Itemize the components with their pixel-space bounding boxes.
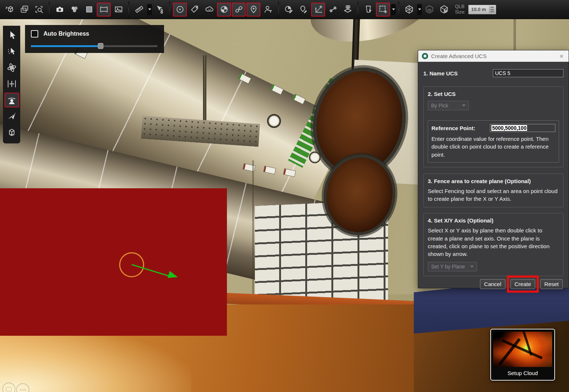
dialog-header[interactable]: Create Advanced UCS × (418, 50, 569, 62)
set-axis-label: 4. Set X/Y Axis (Optional) (428, 217, 559, 224)
reference-point-value: 5000,5000,100 (491, 125, 527, 131)
target-edit-icon[interactable] (282, 3, 296, 17)
fence-dropdown-arrow-icon[interactable] (391, 4, 396, 15)
image-view-icon[interactable] (111, 3, 125, 17)
qlb-spinner[interactable] (489, 6, 495, 13)
create-button-highlight: Create (507, 275, 539, 293)
set-ucs-label: 2. Set UCS (428, 91, 559, 97)
user-filter-icon[interactable] (261, 3, 275, 17)
setup-cloud-panel[interactable]: Setup Cloud (490, 329, 555, 381)
select-cursor-icon[interactable] (4, 28, 19, 43)
ucs-plane-overlay[interactable] (0, 188, 227, 336)
ucs-name-input[interactable]: UCS 5 (493, 69, 563, 77)
main-toolbar: M QLB Size: 10.0 m (0, 0, 569, 19)
cube-view-icon[interactable] (402, 3, 416, 17)
reference-point-help: Enter coordinate value for reference poi… (431, 135, 555, 158)
auto-brightness-checkbox[interactable] (31, 30, 38, 38)
reset-button[interactable]: Reset (540, 279, 563, 289)
panel-filter-icon[interactable] (361, 3, 375, 17)
cube-view-dropdown-arrow-icon[interactable] (417, 4, 422, 15)
svg-text:M: M (444, 9, 447, 13)
measure-ruler-icon[interactable] (132, 3, 146, 17)
set-ucs-section: 2. Set UCS By Pick Reference Point: 5000… (423, 86, 563, 167)
level-tool-icon[interactable] (326, 3, 340, 17)
dialog-app-icon (422, 53, 428, 59)
location-pin-icon[interactable] (246, 3, 260, 17)
brightness-panel: Auto Brightness (25, 25, 164, 53)
set-axis-help: Select X or Y axis by plane then double … (428, 227, 559, 258)
cube-visibility-icon[interactable] (422, 3, 436, 17)
application-window: M QLB Size: 10.0 m Auto Brightn (0, 0, 569, 392)
keypad-icon (6, 387, 12, 391)
hanger-rod (203, 55, 206, 127)
close-icon[interactable]: × (558, 53, 565, 60)
pressure-gauge (309, 152, 321, 163)
pin-edit-icon[interactable] (296, 3, 310, 17)
solid-view-icon[interactable] (82, 3, 96, 17)
brightness-slider-handle[interactable] (98, 43, 103, 49)
brightness-slider[interactable] (31, 43, 157, 49)
qlb-size-field[interactable]: 10.0 m (468, 5, 496, 14)
fence-area-help: Select Fencing tool and select an area o… (428, 187, 559, 203)
cube-model-icon[interactable]: M (437, 3, 451, 17)
link-tool-icon[interactable] (232, 3, 246, 17)
qlb-size-label: QLB Size: (455, 4, 466, 15)
navigation-sidebar (3, 26, 20, 143)
auto-brightness-label: Auto Brightness (43, 31, 89, 37)
screenshot-camera-icon[interactable] (53, 3, 67, 17)
pan-icon[interactable] (4, 76, 19, 91)
orbit-icon[interactable] (4, 60, 19, 75)
set-axis-section: 4. Set X/Y Axis (Optional) Select X or Y… (423, 213, 563, 276)
fly-mode-icon[interactable] (4, 109, 19, 124)
point-cloud-icon[interactable] (202, 3, 216, 17)
create-button[interactable]: Create (511, 279, 535, 289)
look-around-icon[interactable] (4, 93, 19, 107)
cube-axes-icon[interactable] (4, 125, 19, 140)
set-axis-dropdown[interactable]: Set Y by Plane (428, 262, 477, 271)
probe-cursor-icon[interactable] (152, 3, 166, 17)
color-mode-icon[interactable] (67, 3, 81, 17)
dialog-title: Create Advanced UCS (431, 53, 487, 59)
create-advanced-ucs-dialog: Create Advanced UCS × 1. Name UCS UCS 5 … (418, 50, 569, 288)
annotation-tag-icon[interactable] (188, 3, 202, 17)
reference-point-box: Reference Point: 5000,5000,100 Enter coo… (428, 120, 559, 163)
ucs-axis-arrowhead (168, 271, 179, 281)
multi-pick-cursor-icon[interactable] (4, 44, 19, 59)
zoom-window-icon[interactable] (32, 3, 46, 17)
setup-cloud-label: Setup Cloud (493, 370, 552, 376)
cancel-button[interactable]: Cancel (480, 279, 505, 289)
reference-point-label: Reference Point: (431, 125, 475, 131)
panorama-view-icon[interactable] (97, 3, 111, 17)
floor-highlight (0, 327, 191, 392)
map-camera-icon[interactable] (341, 3, 355, 17)
ucs-axes-icon[interactable] (311, 3, 325, 17)
window-layout-icon[interactable] (17, 3, 31, 17)
reference-point-input[interactable]: 5000,5000,100 (490, 124, 555, 132)
ellipsis-icon (20, 389, 26, 391)
circle-point-icon[interactable] (173, 3, 187, 17)
brightness-slider-fill (31, 45, 100, 47)
wall-corner-line (252, 160, 254, 300)
fence-area-section: 3. Fence area to create plane (Optional)… (423, 174, 563, 208)
measure-dropdown-arrow-icon[interactable] (147, 4, 152, 15)
ucs-name-value: UCS 5 (495, 70, 510, 76)
pressure-gauge (267, 114, 281, 128)
name-ucs-label: 1. Name UCS (423, 70, 458, 76)
registration-target-icon[interactable] (217, 3, 231, 17)
qlb-size-value: 10.0 m (471, 7, 486, 12)
setup-cloud-thumbnail[interactable] (493, 332, 552, 367)
set-ucs-dropdown[interactable]: By Pick (428, 101, 469, 110)
fence-select-icon[interactable] (376, 3, 390, 17)
fence-area-label: 3. Fence area to create plane (Optional) (428, 178, 559, 184)
export-model-icon[interactable] (3, 3, 17, 17)
